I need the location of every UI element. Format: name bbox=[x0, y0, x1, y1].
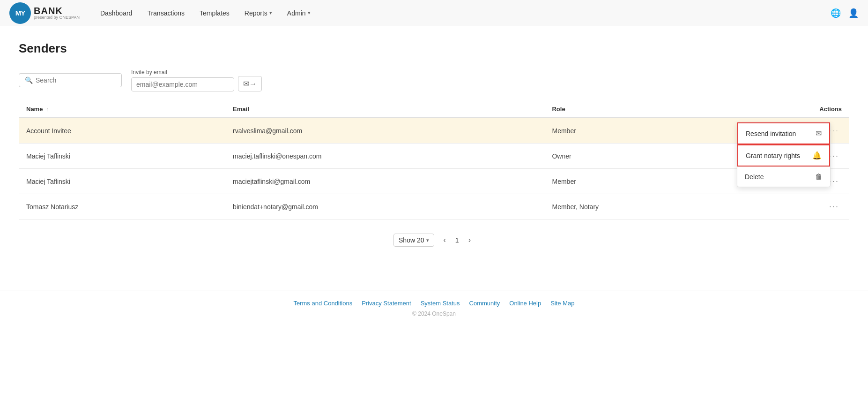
user-icon[interactable]: 👤 bbox=[848, 8, 859, 18]
invite-label: Invite by email bbox=[131, 69, 234, 76]
footer-link-sitemap[interactable]: Site Map bbox=[550, 300, 574, 307]
cell-role: Owner bbox=[544, 144, 734, 169]
senders-table: Name ↑ Email Role Actions Accoun bbox=[19, 101, 849, 219]
cell-email: biniendat+notary@gmail.com bbox=[225, 194, 544, 219]
footer-link-community[interactable]: Community bbox=[469, 300, 500, 307]
footer-link-privacy[interactable]: Privacy Statement bbox=[362, 300, 411, 307]
table-row: Maciej Taflinski maciejtaflinski@gmail.c… bbox=[19, 169, 849, 194]
search-icon: 🔍 bbox=[25, 76, 33, 84]
resend-icon: ✉ bbox=[816, 129, 822, 138]
table-row: Maciej Taflinski maciej.taflinski@onespa… bbox=[19, 144, 849, 169]
search-input[interactable] bbox=[36, 76, 111, 84]
search-box: 🔍 bbox=[19, 73, 122, 87]
col-name[interactable]: Name ↑ bbox=[19, 101, 225, 118]
table-row: Tomasz Notariusz biniendat+notary@gmail.… bbox=[19, 194, 849, 219]
delete-label: Delete bbox=[745, 173, 764, 181]
logo-circle: MY bbox=[9, 2, 31, 24]
grant-notary-button[interactable]: Grant notary rights 🔔 bbox=[737, 144, 830, 166]
col-role: Role bbox=[544, 101, 734, 118]
footer-links: Terms and ConditionsPrivacy StatementSys… bbox=[9, 300, 859, 307]
prev-page-button[interactable]: ‹ bbox=[440, 234, 450, 246]
nav-links: Dashboard Transactions Templates Reports… bbox=[94, 6, 831, 21]
footer-link-status[interactable]: System Status bbox=[421, 300, 460, 307]
col-email: Email bbox=[225, 101, 544, 118]
cell-role: Member bbox=[544, 169, 734, 194]
show-select-chevron-icon: ▾ bbox=[426, 237, 429, 243]
notary-icon: 🔔 bbox=[812, 151, 822, 160]
current-page: 1 bbox=[455, 236, 459, 244]
name-sort-icon: ↑ bbox=[46, 106, 49, 112]
cell-email: maciejtaflinski@gmail.com bbox=[225, 169, 544, 194]
nav-templates[interactable]: Templates bbox=[193, 6, 236, 21]
nav-right: 🌐 👤 bbox=[831, 8, 859, 18]
cell-role: Member, Notary bbox=[544, 194, 734, 219]
nav-dashboard[interactable]: Dashboard bbox=[94, 6, 139, 21]
grant-notary-label: Grant notary rights bbox=[746, 152, 800, 159]
nav-reports[interactable]: Reports ▾ bbox=[238, 6, 279, 21]
cell-actions: Resend invitation ✉ Grant notary rights … bbox=[734, 118, 849, 144]
actions-dropdown: Resend invitation ✉ Grant notary rights … bbox=[737, 122, 831, 187]
next-page-button[interactable]: › bbox=[465, 234, 475, 246]
nav-admin[interactable]: Admin ▾ bbox=[281, 6, 317, 21]
table-header-row: Name ↑ Email Role Actions bbox=[19, 101, 849, 118]
table-row: Account Invitee rvalveslima@gmail.com Me… bbox=[19, 118, 849, 144]
logo-text: BANK presented by ONESPAN bbox=[34, 6, 80, 20]
footer-link-help[interactable]: Online Help bbox=[509, 300, 541, 307]
cell-name: Maciej Taflinski bbox=[19, 169, 225, 194]
globe-icon[interactable]: 🌐 bbox=[831, 8, 841, 18]
navbar: MY BANK presented by ONESPAN Dashboard T… bbox=[0, 0, 868, 26]
col-actions: Actions bbox=[734, 101, 849, 118]
more-actions-button[interactable]: ··· bbox=[826, 201, 842, 212]
cell-actions: ··· bbox=[734, 194, 849, 219]
invite-input-wrap: Invite by email bbox=[131, 69, 234, 91]
nav-transactions[interactable]: Transactions bbox=[141, 6, 191, 21]
page-content: Senders 🔍 Invite by email ✉→ Name ↑ bbox=[0, 26, 868, 262]
delete-icon: 🗑 bbox=[815, 173, 823, 181]
invite-send-button[interactable]: ✉→ bbox=[238, 76, 262, 91]
admin-chevron-icon: ▾ bbox=[308, 10, 311, 16]
invite-group: Invite by email ✉→ bbox=[131, 69, 262, 91]
show-select[interactable]: Show 20 ▾ bbox=[393, 234, 434, 247]
cell-role: Member bbox=[544, 118, 734, 144]
footer-link-terms[interactable]: Terms and Conditions bbox=[293, 300, 352, 307]
footer-copyright: © 2024 OneSpan bbox=[9, 310, 859, 317]
logo: MY BANK presented by ONESPAN bbox=[9, 2, 80, 24]
logo-my: MY bbox=[15, 9, 25, 17]
page-title: Senders bbox=[19, 41, 849, 56]
cell-name: Tomasz Notariusz bbox=[19, 194, 225, 219]
logo-sub-text: presented by ONESPAN bbox=[34, 15, 80, 20]
cell-email: maciej.taflinski@onespan.com bbox=[225, 144, 544, 169]
resend-invitation-button[interactable]: Resend invitation ✉ bbox=[737, 122, 830, 144]
cell-name: Maciej Taflinski bbox=[19, 144, 225, 169]
footer: Terms and ConditionsPrivacy StatementSys… bbox=[0, 290, 868, 326]
toolbar: 🔍 Invite by email ✉→ bbox=[19, 69, 849, 91]
invite-email-input[interactable] bbox=[131, 77, 234, 91]
cell-email: rvalveslima@gmail.com bbox=[225, 118, 544, 144]
delete-button[interactable]: Delete 🗑 bbox=[737, 167, 830, 187]
cell-name: Account Invitee bbox=[19, 118, 225, 144]
logo-bank-text: BANK bbox=[34, 6, 63, 16]
reports-chevron-icon: ▾ bbox=[269, 10, 272, 16]
pagination: Show 20 ▾ ‹ 1 › bbox=[19, 234, 849, 247]
resend-label: Resend invitation bbox=[746, 130, 796, 137]
